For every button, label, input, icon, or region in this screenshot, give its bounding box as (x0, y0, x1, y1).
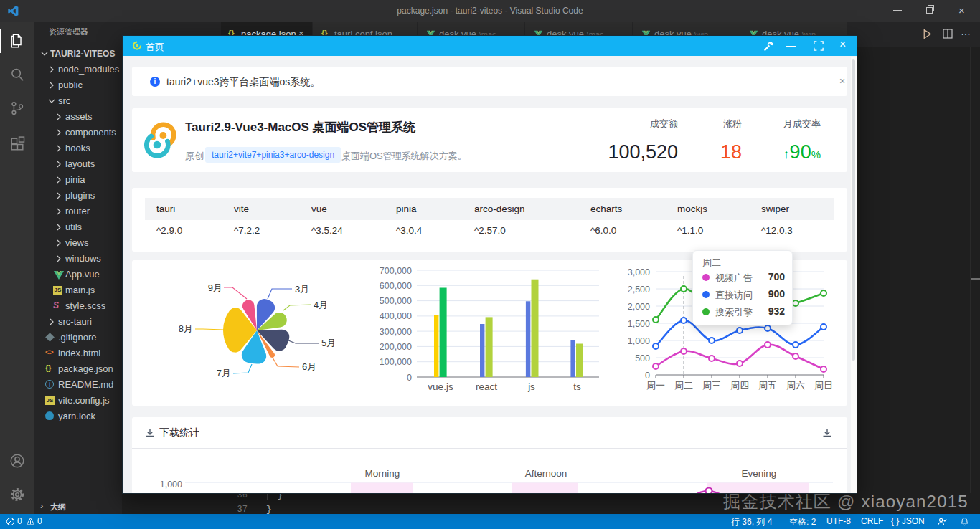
svg-text:Morning: Morning (365, 468, 400, 479)
svg-text:3,000: 3,000 (628, 267, 650, 277)
svg-text:Evening: Evening (742, 468, 777, 479)
svg-text:100,000: 100,000 (380, 357, 412, 367)
svg-text:6月: 6月 (302, 361, 316, 372)
svg-text:周二: 周二 (674, 380, 693, 391)
svg-text:4月: 4月 (314, 300, 328, 310)
svg-text:500,000: 500,000 (380, 296, 412, 306)
svg-text:300,000: 300,000 (380, 327, 412, 337)
svg-text:vue.js: vue.js (428, 381, 453, 392)
svg-text:周六: 周六 (786, 380, 805, 391)
svg-text:周四: 周四 (730, 380, 749, 391)
svg-text:周一: 周一 (646, 380, 665, 391)
svg-text:3月: 3月 (295, 284, 309, 295)
svg-text:700,000: 700,000 (380, 266, 412, 276)
svg-text:7月: 7月 (217, 368, 231, 378)
svg-text:2,500: 2,500 (628, 285, 650, 295)
svg-text:周五: 周五 (758, 380, 777, 391)
svg-text:周日: 周日 (814, 380, 833, 391)
svg-text:9月: 9月 (208, 282, 222, 293)
svg-text:500: 500 (635, 353, 650, 363)
svg-text:5月: 5月 (321, 338, 336, 348)
svg-text:0: 0 (645, 371, 650, 381)
svg-text:ts: ts (573, 381, 581, 392)
svg-text:200,000: 200,000 (380, 342, 412, 352)
svg-text:react: react (476, 381, 497, 392)
svg-text:400,000: 400,000 (380, 311, 412, 321)
svg-text:1,500: 1,500 (628, 319, 650, 329)
svg-text:周三: 周三 (702, 380, 721, 391)
svg-text:0: 0 (407, 373, 412, 383)
svg-text:Afternoon: Afternoon (525, 468, 567, 479)
svg-text:1,000: 1,000 (628, 336, 650, 346)
svg-text:2,000: 2,000 (628, 302, 650, 312)
svg-text:js: js (527, 381, 535, 392)
svg-text:600,000: 600,000 (380, 281, 412, 291)
svg-text:1,000: 1,000 (160, 480, 182, 490)
svg-text:8月: 8月 (179, 323, 193, 334)
